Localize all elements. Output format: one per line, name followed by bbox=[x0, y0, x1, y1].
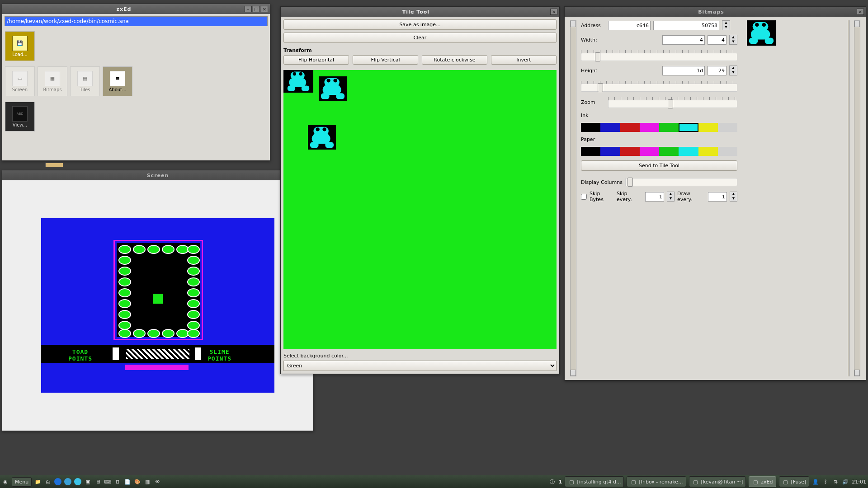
ink-swatch-green[interactable] bbox=[659, 123, 679, 132]
sprite-1[interactable] bbox=[283, 70, 313, 93]
about-button[interactable]: ≡About... bbox=[103, 66, 132, 96]
taskbar-item-label: [Inbox - remake... bbox=[639, 479, 683, 485]
ink-swatch-blue[interactable] bbox=[600, 123, 620, 132]
skip-every-spinner[interactable]: ▲▼ bbox=[667, 192, 675, 202]
svg-point-18 bbox=[316, 127, 320, 131]
doc-icon[interactable]: 📄 bbox=[124, 478, 131, 485]
clock[interactable]: 21:01 bbox=[852, 479, 866, 485]
sprite-3[interactable] bbox=[308, 125, 336, 150]
monitor-icon[interactable]: 🖥 bbox=[94, 478, 101, 485]
address-hex-input[interactable] bbox=[608, 21, 651, 30]
tray-vol-icon[interactable]: 🔊 bbox=[842, 478, 849, 485]
minimize-button[interactable]: – bbox=[245, 6, 252, 12]
svg-rect-17 bbox=[325, 142, 334, 148]
paper-swatch-red[interactable] bbox=[620, 147, 640, 156]
disk-icon: 💾 bbox=[12, 36, 28, 51]
menu-button[interactable]: Menu bbox=[12, 477, 32, 487]
invert-button[interactable]: Invert bbox=[491, 55, 557, 65]
bitmaps-icon: ▦ bbox=[45, 71, 60, 86]
maximize-button[interactable]: ▢ bbox=[253, 6, 260, 12]
taskbar-item[interactable]: ▢[installing qt4 d... bbox=[565, 476, 624, 487]
screen-titlebar[interactable]: Screen bbox=[2, 170, 313, 180]
bitmaps-titlebar[interactable]: Bitmaps ✕ bbox=[565, 7, 866, 17]
bg-color-select[interactable]: Green bbox=[283, 361, 557, 371]
draw-every-spinner[interactable]: ▲▼ bbox=[730, 192, 737, 202]
bitmaps-left-scrollbar[interactable] bbox=[570, 20, 576, 376]
clear-button[interactable]: Clear bbox=[283, 33, 557, 43]
width-hex-input[interactable] bbox=[662, 35, 705, 45]
code-icon[interactable]: ⌨ bbox=[104, 478, 111, 485]
paper-swatch-blue[interactable] bbox=[600, 147, 620, 156]
tile-titlebar[interactable]: Tile Tool ✕ bbox=[281, 7, 559, 17]
paper-swatch-yellow[interactable] bbox=[698, 147, 718, 156]
browser-icon[interactable] bbox=[54, 478, 61, 485]
skip-bytes-checkbox[interactable] bbox=[581, 194, 587, 200]
paper-swatch-green[interactable] bbox=[659, 147, 679, 156]
zxed-title: zxEd bbox=[4, 6, 244, 12]
height-dec-input[interactable] bbox=[708, 66, 726, 75]
grid-icon[interactable]: ▦ bbox=[144, 478, 151, 485]
screen-viewport[interactable]: TOAD POINTS SLIME POINTS bbox=[2, 180, 313, 431]
paint-icon[interactable]: 🎨 bbox=[134, 478, 141, 485]
bitmaps-close-button[interactable]: ✕ bbox=[857, 9, 864, 15]
ink-swatch-yellow[interactable] bbox=[698, 123, 718, 132]
bg-color-label: Select background color... bbox=[283, 353, 557, 359]
terminal-icon[interactable]: ▣ bbox=[84, 478, 91, 485]
address-spinner[interactable]: ▲▼ bbox=[722, 20, 730, 30]
sprite-2[interactable] bbox=[319, 76, 347, 101]
globe-icon[interactable] bbox=[64, 478, 71, 485]
bitmaps-tool-button[interactable]: ▦Bitmaps bbox=[38, 66, 67, 96]
tray-bt-icon[interactable]: ᛒ bbox=[822, 478, 829, 485]
draw-every-input[interactable] bbox=[708, 192, 727, 202]
width-dec-input[interactable] bbox=[708, 35, 726, 45]
tray-net-icon[interactable]: ⇅ bbox=[832, 478, 839, 485]
height-hex-input[interactable] bbox=[662, 66, 705, 75]
files-icon[interactable]: 📁 bbox=[34, 478, 42, 485]
chat-icon[interactable] bbox=[74, 478, 81, 485]
ink-swatch-cyan[interactable] bbox=[679, 123, 698, 132]
tile-close-button[interactable]: ✕ bbox=[550, 9, 557, 15]
tray-user-icon[interactable]: 👤 bbox=[812, 478, 819, 485]
rotate-clockwise-button[interactable]: Rotate clockwise bbox=[422, 55, 487, 65]
taskbar-item[interactable]: ▢[Fuse] bbox=[779, 476, 810, 487]
width-slider[interactable] bbox=[581, 53, 737, 61]
ink-swatch-white[interactable] bbox=[718, 123, 737, 132]
display-columns-slider[interactable] bbox=[625, 178, 737, 186]
save-as-image-button[interactable]: Save as image... bbox=[283, 19, 557, 30]
address-dec-input[interactable] bbox=[653, 21, 719, 30]
eye-icon[interactable]: 👁 bbox=[154, 478, 161, 485]
taskbar-item[interactable]: ▢[Inbox - remake... bbox=[627, 476, 686, 487]
zoom-slider[interactable] bbox=[608, 100, 737, 108]
folder-icon[interactable]: 🗂 bbox=[44, 478, 52, 485]
tile-canvas[interactable] bbox=[283, 70, 557, 349]
paper-swatch-white[interactable] bbox=[718, 147, 737, 156]
tiles-tool-button[interactable]: ▤Tiles bbox=[70, 66, 100, 96]
paper-swatch-cyan[interactable] bbox=[679, 147, 698, 156]
bitmaps-divider[interactable] bbox=[848, 20, 849, 376]
notes-icon[interactable]: 🗒 bbox=[114, 478, 121, 485]
height-slider[interactable] bbox=[581, 84, 737, 92]
ink-swatch-magenta[interactable] bbox=[640, 123, 659, 132]
load-button[interactable]: 💾Load... bbox=[5, 31, 35, 61]
info-badge-icon[interactable]: ⓘ bbox=[549, 478, 556, 485]
ink-swatch-black[interactable] bbox=[581, 123, 600, 132]
close-button[interactable]: ✕ bbox=[261, 6, 268, 12]
flip-vertical-button[interactable]: Flip Vertical bbox=[353, 55, 418, 65]
skip-every-input[interactable] bbox=[645, 192, 664, 202]
file-path-input[interactable] bbox=[5, 16, 268, 26]
screen-tool-button[interactable]: ▭Screen bbox=[5, 66, 35, 96]
workspace-badge[interactable]: 1 bbox=[559, 479, 562, 485]
bitmaps-right-scrollbar[interactable] bbox=[854, 20, 860, 376]
taskbar-item[interactable]: ▢zxEd bbox=[749, 476, 776, 487]
view-button[interactable]: ABCView... bbox=[5, 102, 35, 131]
send-to-tile-tool-button[interactable]: Send to Tile Tool bbox=[581, 160, 737, 171]
ink-swatch-red[interactable] bbox=[620, 123, 640, 132]
flip-horizontal-button[interactable]: Flip Horizontal bbox=[283, 55, 349, 65]
paper-swatch-black[interactable] bbox=[581, 147, 600, 156]
distro-icon[interactable]: ◉ bbox=[2, 478, 9, 485]
taskbar-item[interactable]: ▢[kevan@Titan ~] bbox=[689, 476, 746, 487]
height-spinner[interactable]: ▲▼ bbox=[729, 66, 737, 75]
paper-swatch-magenta[interactable] bbox=[640, 147, 659, 156]
zxed-titlebar[interactable]: zxEd – ▢ ✕ bbox=[2, 4, 270, 14]
width-spinner[interactable]: ▲▼ bbox=[729, 35, 737, 45]
